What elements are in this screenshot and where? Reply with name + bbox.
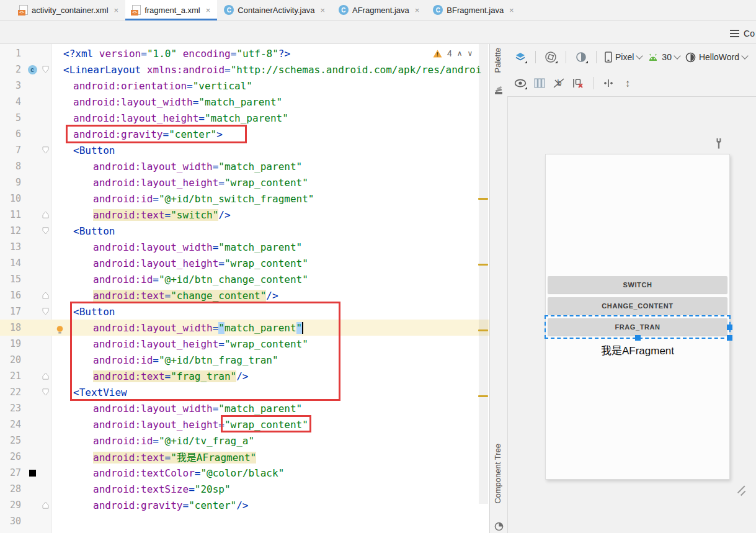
code-text[interactable]: android:orientation="vertical" [51, 80, 489, 92]
close-tab-icon[interactable]: × [206, 6, 211, 15]
code-line-3[interactable]: 3android:orientation="vertical" [0, 78, 489, 94]
wrench-icon[interactable] [714, 138, 724, 150]
code-text[interactable]: android:layout_width="match_parent" [51, 241, 489, 253]
editor-tab-BFragment-java[interactable]: CBFragment.java× [426, 0, 520, 20]
intention-bulb-icon[interactable] [56, 325, 64, 334]
palette-icon[interactable] [494, 86, 504, 96]
fold-marker-icon[interactable] [40, 211, 51, 218]
code-line-4[interactable]: 4android:layout_width="match_parent" [0, 94, 489, 110]
code-text[interactable]: android:gravity="center"> [51, 128, 489, 140]
selection-handle[interactable] [727, 325, 732, 330]
code-text[interactable]: android:layout_width="match_parent" [51, 96, 489, 108]
code-mode-toggle[interactable]: Co [730, 28, 756, 39]
design-canvas[interactable]: SWITCHCHANGE_CONTENTFRAG_TRAN我是AFragment [507, 97, 756, 533]
selected-component-wrapper[interactable]: FRAG_TRAN [548, 318, 727, 336]
component-tree-icon[interactable] [494, 522, 504, 531]
warning-stripe-mark[interactable] [478, 395, 488, 397]
code-line-13[interactable]: 13android:layout_width="match_parent" [0, 239, 489, 255]
code-line-9[interactable]: 9android:layout_height="wrap_content" [0, 174, 489, 190]
code-line-29[interactable]: 29android:gravity="center"/> [0, 497, 489, 513]
code-line-20[interactable]: 20android:id="@+id/btn_frag_tran" [0, 352, 489, 368]
editor-tab-activity_container-xml[interactable]: <>activity_container.xml× [12, 0, 125, 20]
canvas-resize-handle[interactable] [734, 484, 748, 498]
device-preview-screen[interactable]: SWITCHCHANGE_CONTENTFRAG_TRAN我是AFragment [545, 154, 730, 480]
code-line-24[interactable]: 24android:layout_height="wrap_content" [0, 416, 489, 432]
code-line-15[interactable]: 15android:id="@+id/btn_change_content" [0, 271, 489, 287]
code-text[interactable]: android:layout_height="match_parent" [51, 112, 489, 124]
code-line-6[interactable]: 6android:gravity="center"> [0, 126, 489, 142]
code-text[interactable]: <TextView [51, 387, 489, 398]
fold-marker-icon[interactable] [40, 66, 51, 73]
preview-button-frag_tran[interactable]: FRAG_TRAN [548, 318, 727, 336]
code-text[interactable]: android:layout_width="match_parent" [51, 403, 489, 414]
code-line-8[interactable]: 8android:layout_width="match_parent" [0, 158, 489, 174]
preview-textview[interactable]: 我是AFragment [601, 342, 674, 357]
code-text[interactable]: android:layout_height="wrap_content" [51, 419, 489, 431]
code-line-25[interactable]: 25android:id="@+id/tv_frag_a" [0, 432, 489, 449]
selection-handle[interactable] [635, 335, 641, 341]
code-line-27[interactable]: 27android:textColor="@color/black" [0, 465, 489, 481]
code-text[interactable]: android:text="switch"/> [51, 209, 489, 221]
close-tab-icon[interactable]: × [509, 6, 514, 15]
code-line-2[interactable]: 2c<LinearLayout xmlns:android="http://sc… [0, 61, 489, 78]
columns-icon[interactable] [533, 76, 546, 90]
code-line-19[interactable]: 19android:layout_height="wrap_content" [0, 336, 489, 352]
preview-button-switch[interactable]: SWITCH [548, 276, 727, 293]
preview-button-change_content[interactable]: CHANGE_CONTENT [548, 297, 727, 315]
editor-tab-ContainerActivity-java[interactable]: CContainerActivity.java× [217, 0, 332, 20]
code-line-22[interactable]: 22<TextView [0, 384, 489, 400]
code-text[interactable]: <Button [51, 306, 489, 318]
code-text[interactable]: android:gravity="center"/> [51, 499, 489, 511]
close-tab-icon[interactable]: × [114, 6, 119, 15]
code-text[interactable]: android:layout_width="match_parent" [51, 322, 489, 334]
component-tree-tab[interactable]: Component Tree [493, 444, 502, 504]
night-mode-icon[interactable] [574, 50, 588, 64]
code-text[interactable]: <Button [51, 145, 489, 156]
code-line-21[interactable]: 21android:text="frag_tran"/> [0, 368, 489, 384]
infer-constraints-icon[interactable] [602, 76, 615, 90]
fold-marker-icon[interactable] [40, 308, 51, 315]
expand-vertical-icon[interactable]: ↕ [621, 76, 634, 90]
design-surface-icon[interactable] [514, 50, 527, 64]
palette-tab[interactable]: Palette [493, 48, 502, 73]
clear-constraints-icon[interactable] [571, 76, 585, 90]
code-line-1[interactable]: 1<?xml version="1.0" encoding="utf-8"?> [0, 45, 489, 61]
color-preview-icon[interactable] [25, 470, 40, 477]
code-text[interactable]: android:id="@+id/btn_frag_tran" [51, 354, 489, 366]
code-line-5[interactable]: 5android:layout_height="match_parent" [0, 110, 489, 126]
close-tab-icon[interactable]: × [320, 6, 325, 15]
fold-marker-icon[interactable] [40, 501, 51, 509]
fold-marker-icon[interactable] [40, 146, 51, 154]
prev-warning-icon[interactable]: ∧ [457, 49, 463, 58]
orientation-icon[interactable] [544, 50, 558, 64]
code-line-7[interactable]: 7<Button [0, 142, 489, 158]
code-text[interactable]: android:textSize="20sp" [51, 483, 489, 495]
code-text[interactable]: android:layout_height="wrap_content" [51, 177, 489, 189]
code-text[interactable]: <Button [51, 225, 489, 237]
code-text[interactable]: <?xml version="1.0" encoding="utf-8"?> [51, 48, 489, 60]
code-text[interactable]: android:layout_height="wrap_content" [51, 258, 489, 269]
close-tab-icon[interactable]: × [415, 6, 420, 15]
fold-marker-icon[interactable] [40, 227, 51, 235]
next-warning-icon[interactable]: ∨ [468, 49, 473, 58]
code-line-16[interactable]: 16android:text="change_content"/> [0, 287, 489, 303]
editor-scrollbar[interactable] [479, 44, 488, 504]
code-line-28[interactable]: 28android:textSize="20sp" [0, 481, 489, 497]
code-line-11[interactable]: 11android:text="switch"/> [0, 207, 489, 223]
code-line-23[interactable]: 23android:layout_width="match_parent" [0, 400, 489, 416]
code-line-10[interactable]: 10android:id="@+id/btn_switch_fragment" [0, 190, 489, 207]
code-line-18[interactable]: 18android:layout_width="match_parent" [0, 320, 489, 336]
fold-marker-icon[interactable] [40, 388, 51, 396]
design-time-decorations-icon[interactable]: b [552, 76, 566, 90]
fold-marker-icon[interactable] [40, 292, 51, 299]
api-selector[interactable]: 30 [647, 52, 680, 62]
editor-tab-AFragment-java[interactable]: CAFragment.java× [332, 0, 426, 20]
code-line-30[interactable]: 30 [0, 513, 489, 529]
code-line-14[interactable]: 14android:layout_height="wrap_content" [0, 255, 489, 271]
theme-selector[interactable]: HelloWord [685, 52, 747, 63]
code-editor[interactable]: 1<?xml version="1.0" encoding="utf-8"?>2… [0, 44, 490, 533]
code-line-12[interactable]: 12<Button [0, 223, 489, 239]
warning-stripe-mark[interactable] [478, 329, 488, 331]
code-line-17[interactable]: 17<Button [0, 303, 489, 320]
warning-stripe-mark[interactable] [478, 198, 488, 200]
